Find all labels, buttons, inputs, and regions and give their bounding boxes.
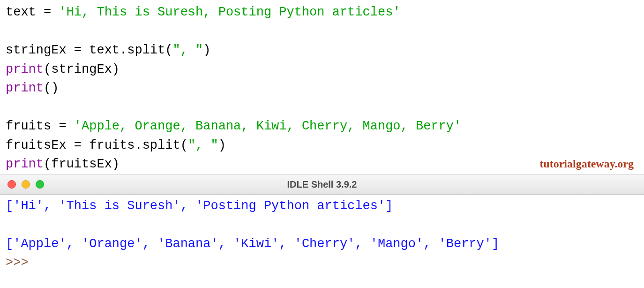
code-text: stringEx [6, 43, 67, 57]
blank-line [6, 22, 638, 41]
code-string: ", " [172, 43, 203, 57]
code-block[interactable]: fruits = 'Apple, Orange, Banana, Kiwi, C… [6, 117, 638, 136]
window-controls [0, 180, 44, 189]
watermark-text: tutorialgateway.org [539, 155, 634, 172]
code-text: = [51, 119, 74, 133]
prompt-line[interactable]: >>> [6, 253, 638, 273]
shell-prompt: >>> [6, 256, 36, 270]
code-block[interactable]: print() [6, 79, 638, 98]
code-block[interactable]: text = 'Hi, This is Suresh, Posting Pyth… [6, 3, 638, 22]
code-editor[interactable]: text = 'Hi, This is Suresh, Posting Pyth… [0, 0, 644, 174]
output-text: ['Apple', 'Orange', 'Banana', 'Kiwi', 'C… [6, 237, 499, 251]
shell-output[interactable]: ['Hi', 'This is Suresh', 'Posting Python… [0, 195, 644, 273]
code-string: ", " [188, 138, 218, 152]
close-icon[interactable] [7, 180, 16, 189]
code-text: (fruitsEx) [44, 157, 120, 171]
code-builtin: print [6, 157, 44, 171]
code-builtin: print [6, 62, 44, 76]
code-text: fruitsEx [6, 138, 67, 152]
code-string: 'Hi, This is Suresh, Posting Python arti… [59, 5, 400, 19]
output-line: ['Apple', 'Orange', 'Banana', 'Kiwi', 'C… [6, 235, 638, 254]
code-text: () [44, 81, 59, 95]
code-text: fruits [6, 119, 51, 133]
code-text: ) [203, 43, 210, 57]
code-text: = [36, 5, 59, 19]
code-string: 'Apple, Orange, Banana, Kiwi, Cherry, Ma… [74, 119, 461, 133]
code-block[interactable]: fruitsEx = fruits.split(", ") [6, 136, 638, 155]
code-text: = text.split( [67, 43, 173, 57]
code-text: ) [218, 138, 226, 152]
window-title: IDLE Shell 3.9.2 [0, 177, 644, 191]
maximize-icon[interactable] [36, 180, 44, 189]
code-builtin: print [6, 81, 44, 95]
output-text: ['Hi', 'This is Suresh', 'Posting Python… [6, 199, 393, 213]
code-text: = fruits.split( [67, 138, 188, 152]
code-text: text [6, 5, 36, 19]
blank-line [6, 215, 638, 235]
window-titlebar: IDLE Shell 3.9.2 [0, 174, 644, 195]
minimize-icon[interactable] [22, 180, 30, 189]
blank-line [6, 98, 638, 117]
code-block[interactable]: print(stringEx) [6, 60, 638, 79]
code-block[interactable]: stringEx = text.split(", ") [6, 41, 638, 60]
output-line: ['Hi', 'This is Suresh', 'Posting Python… [6, 197, 638, 216]
code-text: (stringEx) [44, 62, 120, 76]
